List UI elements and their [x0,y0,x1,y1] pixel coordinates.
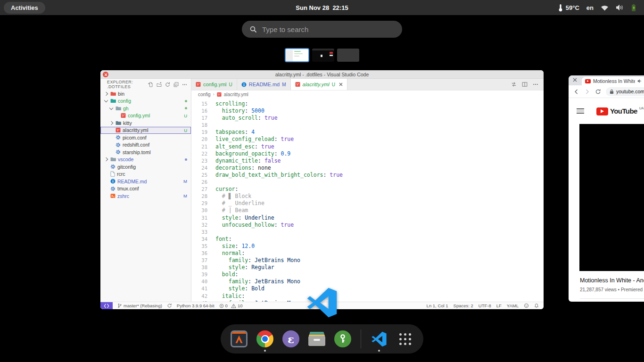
menu-icon[interactable] [577,108,584,114]
python-interpreter[interactable]: Python 3.9.9 64-bit [177,303,215,308]
vscode-window[interactable]: alacritty.yml - .dotfiles - Visual Studi… [100,70,544,309]
vscode-titlebar: alacritty.yml - .dotfiles - Visual Studi… [100,70,544,79]
remote-indicator[interactable] [100,302,113,309]
tree-item-gitconfig[interactable]: gitconfig [100,163,191,171]
youtube-header: YouTube UA [569,98,644,124]
dock-app-chrome[interactable] [255,325,275,353]
tree-item-config[interactable]: config [100,98,191,105]
code-line: 41 style: Bold [191,285,544,292]
indentation-setting[interactable]: Spaces: 2 [454,303,473,308]
new-file-icon[interactable] [148,82,153,87]
language-mode[interactable]: YAML [507,303,519,308]
line-number: 19 [191,129,207,136]
tree-item-vscode[interactable]: vscode [100,156,191,164]
tree-item-gh[interactable]: gh [100,105,191,112]
tab-git-badge: M [282,82,286,87]
tab-config.yml[interactable]: config.ymlU [191,79,237,90]
line-number: 22 [191,150,207,157]
gear-icon [116,149,121,155]
battery-icon[interactable] [631,4,636,12]
info-icon [241,82,247,87]
problems-status[interactable]: 0 10 [219,303,243,308]
address-bar[interactable]: youtube.com/wa [606,87,644,96]
tree-item-tmux.conf[interactable]: tmux.conf [100,185,191,193]
tree-item-README.md[interactable]: README.mdM [100,178,191,185]
forward-icon[interactable] [584,89,590,95]
workspace-thumbnail-3[interactable] [337,49,359,62]
dock-app-files[interactable] [307,325,327,353]
volume-icon[interactable] [616,4,624,11]
tree-item-picom.conf[interactable]: picom.conf [100,134,191,141]
tree-item-alacritty.yml[interactable]: alacritty.ymlU [100,127,191,134]
back-icon[interactable] [573,89,579,95]
git-branch-status[interactable]: master* (Rebasing) [117,303,162,308]
tree-item-kitty[interactable]: kitty [100,119,191,127]
tree-item-zshrc[interactable]: zshrcM [100,192,191,200]
notifications-bell-icon[interactable] [534,303,539,308]
encoding-setting[interactable]: UTF-8 [479,303,491,308]
tab-audio-icon[interactable] [637,79,642,83]
explorer-tree: binconfigghconfig.ymlUkittyalacritty.yml… [100,90,191,200]
search-placeholder: Type to search [262,25,308,33]
refresh-icon[interactable] [165,82,170,87]
code-text: background_opacity: 0.9 [215,150,290,157]
line-number: 25 [191,172,207,179]
code-text: # ▋ Block [215,193,251,200]
collapse-all-icon[interactable] [173,82,179,87]
close-icon[interactable] [573,78,577,82]
tree-item-starship.toml[interactable]: starship.toml [100,148,191,156]
yaml-file-icon [217,92,222,97]
dock-app-vscode[interactable] [369,325,389,353]
tree-item-rcrc[interactable]: rcrc [100,171,191,178]
wifi-icon[interactable] [601,5,609,11]
eol-setting[interactable]: LF [496,303,502,308]
code-text: draw_bold_text_with_bright_colors: true [215,172,343,179]
dock-app-app-grid[interactable] [395,325,415,353]
dock-app-alacritty[interactable] [229,325,249,353]
keyboard-layout[interactable]: en [586,4,594,11]
window-close-button[interactable] [103,72,108,77]
breadcrumb-file[interactable]: alacritty.yml [224,92,248,97]
code-text: family: JetBrains Mono [215,300,300,302]
warning-icon [231,304,236,308]
workspace-thumbnail-1[interactable] [285,48,309,62]
tree-item-label: README.md [117,179,147,184]
tree-item-redshift.conf[interactable]: redshift.conf [100,141,191,149]
browser-tab[interactable]: Motionless In White - A [582,77,644,85]
git-changes-dot [185,158,187,161]
line-number: 41 [191,285,207,292]
line-number: 38 [191,264,207,271]
reload-icon[interactable] [595,89,601,95]
explorer-actions [148,82,187,87]
youtube-logo[interactable]: YouTube UA [596,107,644,115]
feedback-icon[interactable] [524,303,529,308]
overview-search[interactable]: Type to search [242,21,402,38]
code-line: 27cursor: [191,186,544,193]
tree-item-config.yml[interactable]: config.ymlU [100,112,191,120]
activities-button[interactable]: Activities [4,2,45,14]
tab-README.md[interactable]: README.mdM [237,79,291,90]
sync-button[interactable] [167,303,172,308]
breadcrumb-folder[interactable]: config [198,92,211,97]
code-line: 19tabspaces: 4 [191,129,544,136]
cursor-position[interactable]: Ln 1, Col 1 [427,303,448,308]
close-tab-icon[interactable] [339,82,343,86]
more-actions-icon[interactable] [182,82,187,87]
tab-alacritty.yml[interactable]: alacritty.ymlU [291,79,347,90]
open-changes-icon[interactable] [511,82,517,87]
video-player[interactable] [579,124,644,271]
split-editor-icon[interactable] [522,82,528,87]
explorer-title: EXPLORER: .DOTFILES [107,80,148,89]
more-editor-actions-icon[interactable] [533,82,538,87]
tree-item-label: gh [123,106,129,111]
system-status-area[interactable]: 59°C en [558,0,644,15]
new-folder-icon[interactable] [157,82,162,87]
dock-app-keepassxc[interactable] [333,325,353,353]
code-text: size: 12.0 [215,243,255,250]
tree-item-bin[interactable]: bin [100,90,191,98]
dock-app-emacs[interactable]: ε [281,325,301,353]
workspace-thumbnail-2[interactable] [312,49,334,62]
clock[interactable]: Sun Nov 28 22:15 [296,4,348,11]
chrome-window[interactable]: Motionless In White - A youtube.com/wa Y… [569,75,644,302]
code-area[interactable]: 15scrolling:16 history: 500017 auto_scro… [191,98,544,302]
